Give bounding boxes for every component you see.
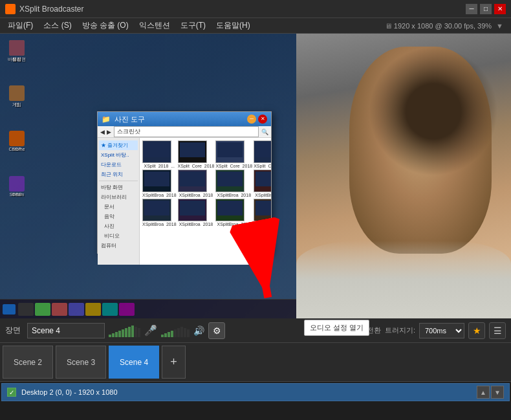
desktop-icon: Chrome	[6, 131, 27, 151]
scene-button-3[interactable]: Scene 3	[56, 346, 106, 379]
thumb-item[interactable]: XSplitBroa_2018	[142, 199, 177, 227]
scene-bar: 장면 🎤	[0, 318, 511, 343]
thumb-item[interactable]: XSplitBroa_2018	[215, 170, 252, 197]
scene-button-2[interactable]: Scene 2	[3, 346, 53, 379]
preview-taskbar: 10:32	[0, 299, 317, 318]
menu-file[interactable]: 파일(F)	[3, 19, 38, 32]
file-dialog-title: 📁 사진 도구 ─ ✕	[98, 112, 271, 126]
maximize-button[interactable]: □	[480, 4, 492, 14]
audio-settings-button[interactable]: ⚙	[208, 322, 225, 339]
source-checkbox[interactable]: ✓	[7, 388, 16, 397]
thumb-item[interactable]: XSplitBroa_2018	[254, 199, 271, 227]
settings-star-button[interactable]: ☰	[489, 322, 506, 339]
source-item[interactable]: ✓ Desktop 2 (0, 0) - 1920 x 1080 ▲ ▼	[1, 383, 510, 401]
window-controls: ─ □ ✕	[466, 4, 506, 14]
sources-area: ✓ Desktop 2 (0, 0) - 1920 x 1080 ▲ ▼	[0, 382, 511, 420]
thumb-item[interactable]: XSplit_Core_2018	[254, 140, 271, 168]
transition-area: 장면 전환 트러지기: 700ms 500ms 1000ms ★ ☰	[351, 322, 506, 339]
title-bar: XSplit Broadcaster ─ □ ✕	[0, 0, 511, 18]
desktop-icon: 게임	[6, 85, 27, 108]
source-move-buttons: ▲ ▼	[477, 386, 504, 399]
move-up-button[interactable]: ▲	[477, 386, 490, 399]
bottom-section: 장면 🎤	[0, 318, 511, 420]
window-title: XSplit Broadcaster	[19, 5, 466, 14]
file-dialog[interactable]: 📁 사진 도구 ─ ✕ ◀ ▶ 스크린샷 🔍 ★ 즐겨찾기 XSplit 바탕.…	[97, 111, 272, 254]
resolution-info: 🖥 1920 x 1080 @ 30.00 fps, 39% ▼	[385, 22, 508, 30]
sidebar-item[interactable]: 바탕 화면	[99, 182, 138, 192]
close-button[interactable]: ✕	[494, 4, 506, 14]
favorite-button[interactable]: ★	[468, 322, 485, 339]
menu-bar: 파일(F) 소스 (S) 방송 송출 (O) 익스텐션 도구(T) 도움말(H)…	[0, 18, 511, 34]
signal-bars-left	[109, 324, 140, 337]
minimize-button[interactable]: ─	[466, 4, 477, 14]
thumb-item[interactable]: XSplitBroa_2018	[178, 199, 215, 227]
dialog-minimize[interactable]: ─	[247, 115, 256, 124]
preview-area: 바탕화면 문서 사진 설정 앱 게임	[0, 34, 511, 318]
dialog-close[interactable]: ✕	[258, 115, 267, 124]
sidebar-item[interactable]: 문서	[99, 202, 138, 212]
sidebar-item[interactable]: 음악	[99, 212, 138, 221]
sidebar-item[interactable]: 비디오	[99, 231, 138, 241]
file-path: 스크린샷	[114, 126, 259, 137]
menu-source[interactable]: 소스 (S)	[38, 19, 76, 32]
scene-name-input[interactable]	[27, 323, 105, 338]
file-sidebar: ★ 즐겨찾기 XSplit 바탕.. 다운로드 최근 위치 바탕 화면 라이브러…	[98, 138, 140, 265]
portrait-area	[296, 34, 511, 318]
thumb-item[interactable]: XSplitBroa_2018	[142, 170, 177, 197]
sidebar-item[interactable]: 최근 위치	[99, 170, 138, 179]
file-main-area: XSplit_2018_... XSplit_Core_2018 XSplit_…	[140, 138, 271, 265]
sidebar-item[interactable]: ★ 즐겨찾기	[99, 140, 138, 150]
delay-select[interactable]: 700ms 500ms 1000ms	[419, 323, 464, 338]
thumb-item[interactable]: XSplit_2018_...	[142, 140, 177, 168]
sidebar-item[interactable]: XSplit 바탕..	[99, 150, 138, 160]
source-label: Desktop 2 (0, 0) - 1920 x 1080	[21, 388, 118, 396]
sidebar-item[interactable]: 라이브러리	[99, 192, 138, 202]
menu-broadcast[interactable]: 방송 송출 (O)	[77, 19, 134, 32]
thumb-item[interactable]: XSplit_Core_2018	[178, 140, 215, 168]
sidebar-item[interactable]: 다운로드	[99, 160, 138, 170]
thumb-item[interactable]: XSplitBroa_2018	[254, 170, 271, 197]
scenes-panel: Scene 2 Scene 3 Scene 4 +	[0, 343, 511, 382]
audio-tooltip: 오디오 설정 열기	[304, 320, 369, 336]
delay-label: 트러지기:	[385, 326, 415, 335]
desktop-icon: Stream	[6, 176, 27, 197]
thumb-item[interactable]: XSplitBroa_2018	[178, 170, 215, 197]
menu-extension[interactable]: 익스텐션	[134, 19, 175, 32]
mic-icon[interactable]: 🎤	[144, 324, 157, 337]
thumb-item[interactable]: XSplitBroa_2018	[215, 199, 252, 227]
sidebar-item[interactable]: 컴퓨터	[99, 241, 138, 250]
menu-tools[interactable]: 도구(T)	[175, 19, 211, 32]
scene-label: 장면	[5, 325, 21, 336]
signal-bars-right	[161, 324, 190, 337]
speaker-icon[interactable]: 🔊	[193, 326, 204, 336]
menu-help[interactable]: 도움말(H)	[211, 19, 256, 32]
file-thumbnails: XSplit_2018_... XSplit_Core_2018 XSplit_…	[140, 138, 271, 229]
file-dialog-content: ★ 즐겨찾기 XSplit 바탕.. 다운로드 최근 위치 바탕 화면 라이브러…	[98, 138, 271, 265]
sidebar-item[interactable]: 사진	[99, 221, 138, 231]
app-logo	[5, 4, 16, 14]
move-down-button[interactable]: ▼	[491, 386, 504, 399]
desktop-icon: 설정	[6, 40, 27, 63]
scene-button-4[interactable]: Scene 4	[109, 346, 159, 379]
add-scene-button[interactable]: +	[162, 346, 186, 379]
thumb-item[interactable]: XSplit_Core_2018	[215, 140, 252, 168]
